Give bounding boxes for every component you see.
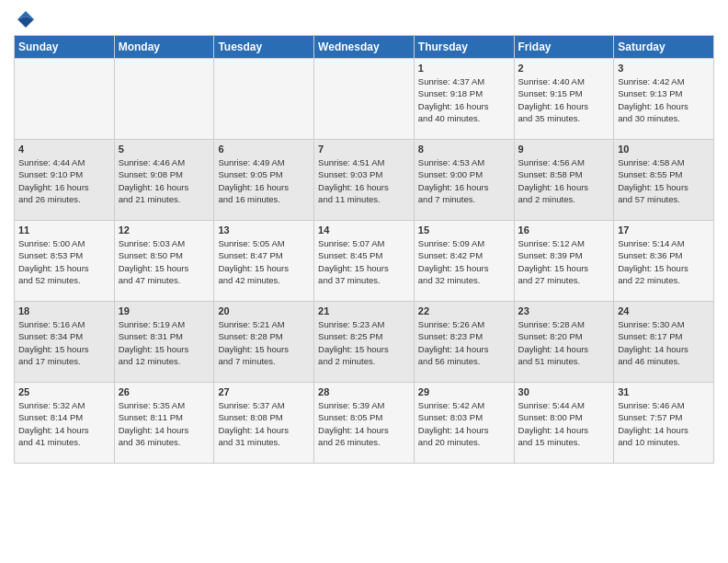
day-cell: 6Sunrise: 4:49 AM Sunset: 9:05 PM Daylig… [214, 140, 314, 221]
column-header-tuesday: Tuesday [214, 36, 314, 59]
day-number: 10 [618, 144, 710, 155]
day-info: Sunrise: 4:49 AM Sunset: 9:05 PM Dayligh… [218, 156, 310, 205]
day-number: 4 [18, 144, 110, 155]
day-info: Sunrise: 4:40 AM Sunset: 9:15 PM Dayligh… [518, 75, 610, 124]
day-cell: 18Sunrise: 5:16 AM Sunset: 8:34 PM Dayli… [15, 302, 115, 383]
week-row-3: 11Sunrise: 5:00 AM Sunset: 8:53 PM Dayli… [15, 221, 714, 302]
day-number: 27 [218, 386, 310, 397]
day-number: 9 [518, 144, 610, 155]
day-number: 7 [318, 144, 410, 155]
column-header-wednesday: Wednesday [314, 36, 415, 59]
day-info: Sunrise: 5:00 AM Sunset: 8:53 PM Dayligh… [18, 237, 110, 286]
day-cell: 19Sunrise: 5:19 AM Sunset: 8:31 PM Dayli… [114, 302, 214, 383]
day-number: 5 [119, 144, 210, 155]
day-info: Sunrise: 5:19 AM Sunset: 8:31 PM Dayligh… [119, 318, 210, 367]
day-cell [114, 59, 214, 140]
day-info: Sunrise: 4:44 AM Sunset: 9:10 PM Dayligh… [18, 156, 110, 205]
day-info: Sunrise: 5:37 AM Sunset: 8:08 PM Dayligh… [218, 399, 310, 448]
day-cell: 31Sunrise: 5:46 AM Sunset: 7:57 PM Dayli… [614, 383, 714, 464]
day-number: 1 [418, 63, 510, 74]
column-header-saturday: Saturday [614, 36, 714, 59]
week-row-5: 25Sunrise: 5:32 AM Sunset: 8:14 PM Dayli… [15, 383, 714, 464]
week-row-4: 18Sunrise: 5:16 AM Sunset: 8:34 PM Dayli… [15, 302, 714, 383]
day-number: 13 [218, 224, 310, 236]
day-cell: 8Sunrise: 4:53 AM Sunset: 9:00 PM Daylig… [414, 140, 514, 221]
day-number: 26 [119, 386, 210, 397]
day-info: Sunrise: 5:26 AM Sunset: 8:23 PM Dayligh… [418, 318, 510, 367]
day-info: Sunrise: 5:14 AM Sunset: 8:36 PM Dayligh… [618, 237, 710, 286]
column-header-sunday: Sunday [15, 36, 115, 59]
day-cell: 27Sunrise: 5:37 AM Sunset: 8:08 PM Dayli… [214, 383, 314, 464]
day-info: Sunrise: 5:03 AM Sunset: 8:50 PM Dayligh… [119, 237, 210, 286]
day-number: 31 [618, 386, 710, 397]
day-number: 19 [119, 305, 210, 316]
day-info: Sunrise: 5:05 AM Sunset: 8:47 PM Dayligh… [218, 237, 310, 286]
day-number: 30 [518, 386, 610, 397]
logo-icon [16, 9, 36, 29]
day-number: 22 [418, 305, 510, 316]
day-number: 15 [418, 224, 510, 236]
day-number: 12 [119, 224, 210, 236]
day-cell: 14Sunrise: 5:07 AM Sunset: 8:45 PM Dayli… [314, 221, 415, 302]
day-info: Sunrise: 5:07 AM Sunset: 8:45 PM Dayligh… [318, 237, 410, 286]
day-cell: 9Sunrise: 4:56 AM Sunset: 8:58 PM Daylig… [514, 140, 614, 221]
day-info: Sunrise: 5:12 AM Sunset: 8:39 PM Dayligh… [518, 237, 610, 286]
day-info: Sunrise: 4:58 AM Sunset: 8:55 PM Dayligh… [618, 156, 710, 205]
week-row-1: 1Sunrise: 4:37 AM Sunset: 9:18 PM Daylig… [15, 59, 714, 140]
day-number: 6 [218, 144, 310, 155]
column-header-thursday: Thursday [414, 36, 514, 59]
day-cell: 2Sunrise: 4:40 AM Sunset: 9:15 PM Daylig… [514, 59, 614, 140]
day-info: Sunrise: 5:39 AM Sunset: 8:05 PM Dayligh… [318, 399, 410, 448]
page-header [14, 9, 714, 29]
day-cell: 22Sunrise: 5:26 AM Sunset: 8:23 PM Dayli… [414, 302, 514, 383]
day-cell [15, 59, 115, 140]
day-cell: 11Sunrise: 5:00 AM Sunset: 8:53 PM Dayli… [15, 221, 115, 302]
day-info: Sunrise: 4:42 AM Sunset: 9:13 PM Dayligh… [618, 75, 710, 124]
day-cell: 15Sunrise: 5:09 AM Sunset: 8:42 PM Dayli… [414, 221, 514, 302]
day-number: 8 [418, 144, 510, 155]
day-cell [214, 59, 314, 140]
day-number: 3 [618, 63, 710, 74]
day-info: Sunrise: 4:51 AM Sunset: 9:03 PM Dayligh… [318, 156, 410, 205]
day-info: Sunrise: 5:35 AM Sunset: 8:11 PM Dayligh… [119, 399, 210, 448]
day-cell: 7Sunrise: 4:51 AM Sunset: 9:03 PM Daylig… [314, 140, 415, 221]
day-number: 2 [518, 63, 610, 74]
day-info: Sunrise: 5:46 AM Sunset: 7:57 PM Dayligh… [618, 399, 710, 448]
day-info: Sunrise: 5:16 AM Sunset: 8:34 PM Dayligh… [18, 318, 110, 367]
day-info: Sunrise: 5:42 AM Sunset: 8:03 PM Dayligh… [418, 399, 510, 448]
day-number: 20 [218, 305, 310, 316]
day-cell: 5Sunrise: 4:46 AM Sunset: 9:08 PM Daylig… [114, 140, 214, 221]
day-cell: 1Sunrise: 4:37 AM Sunset: 9:18 PM Daylig… [414, 59, 514, 140]
day-info: Sunrise: 5:32 AM Sunset: 8:14 PM Dayligh… [18, 399, 110, 448]
day-cell: 28Sunrise: 5:39 AM Sunset: 8:05 PM Dayli… [314, 383, 415, 464]
day-info: Sunrise: 5:23 AM Sunset: 8:25 PM Dayligh… [318, 318, 410, 367]
day-number: 28 [318, 386, 410, 397]
day-cell: 26Sunrise: 5:35 AM Sunset: 8:11 PM Dayli… [114, 383, 214, 464]
day-cell: 4Sunrise: 4:44 AM Sunset: 9:10 PM Daylig… [15, 140, 115, 221]
calendar-header-row: SundayMondayTuesdayWednesdayThursdayFrid… [15, 36, 714, 59]
day-info: Sunrise: 5:09 AM Sunset: 8:42 PM Dayligh… [418, 237, 510, 286]
day-number: 16 [518, 224, 610, 236]
day-cell: 24Sunrise: 5:30 AM Sunset: 8:17 PM Dayli… [614, 302, 714, 383]
logo [14, 9, 36, 29]
day-number: 17 [618, 224, 710, 236]
day-info: Sunrise: 4:37 AM Sunset: 9:18 PM Dayligh… [418, 75, 510, 124]
day-info: Sunrise: 5:44 AM Sunset: 8:00 PM Dayligh… [518, 399, 610, 448]
day-number: 21 [318, 305, 410, 316]
day-cell: 23Sunrise: 5:28 AM Sunset: 8:20 PM Dayli… [514, 302, 614, 383]
day-number: 23 [518, 305, 610, 316]
day-info: Sunrise: 5:30 AM Sunset: 8:17 PM Dayligh… [618, 318, 710, 367]
day-info: Sunrise: 5:21 AM Sunset: 8:28 PM Dayligh… [218, 318, 310, 367]
day-cell: 20Sunrise: 5:21 AM Sunset: 8:28 PM Dayli… [214, 302, 314, 383]
day-number: 11 [18, 224, 110, 236]
day-cell: 13Sunrise: 5:05 AM Sunset: 8:47 PM Dayli… [214, 221, 314, 302]
day-number: 18 [18, 305, 110, 316]
day-cell: 3Sunrise: 4:42 AM Sunset: 9:13 PM Daylig… [614, 59, 714, 140]
day-cell: 12Sunrise: 5:03 AM Sunset: 8:50 PM Dayli… [114, 221, 214, 302]
day-number: 25 [18, 386, 110, 397]
day-cell: 10Sunrise: 4:58 AM Sunset: 8:55 PM Dayli… [614, 140, 714, 221]
day-cell: 16Sunrise: 5:12 AM Sunset: 8:39 PM Dayli… [514, 221, 614, 302]
week-row-2: 4Sunrise: 4:44 AM Sunset: 9:10 PM Daylig… [15, 140, 714, 221]
day-info: Sunrise: 4:56 AM Sunset: 8:58 PM Dayligh… [518, 156, 610, 205]
day-number: 14 [318, 224, 410, 236]
